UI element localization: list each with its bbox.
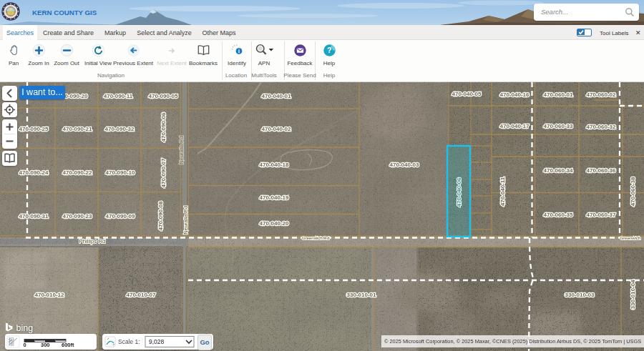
svg-text:470-090-10: 470-090-10	[106, 169, 135, 176]
svg-text:470-040-18: 470-040-18	[260, 162, 289, 168]
svg-text:470-060-33: 470-060-33	[544, 123, 573, 129]
svg-text:470-010-12: 470-010-12	[35, 292, 64, 298]
svg-text:?: ?	[326, 46, 331, 54]
svg-text:300: 300	[41, 342, 50, 348]
svg-text:Greenwich Rd: Greenwich Rd	[302, 236, 329, 240]
svg-text:470-090-11: 470-090-11	[104, 93, 133, 99]
svg-text:470-040-02: 470-040-02	[262, 126, 291, 132]
svg-text:470-040-01: 470-040-01	[262, 93, 291, 99]
svg-text:9,028: 9,028	[149, 338, 165, 345]
svg-text:600ft: 600ft	[62, 342, 74, 348]
svg-text:330-010-04: 330-010-04	[630, 280, 636, 309]
svg-text:470-060-35: 470-060-35	[544, 212, 573, 218]
svg-text:470-090-23: 470-090-23	[63, 213, 92, 219]
svg-text:470-090-32: 470-090-32	[105, 126, 135, 132]
svg-text:470-060-38: 470-060-38	[630, 177, 636, 206]
svg-text:Phillips Rd: Phillips Rd	[79, 238, 106, 244]
svg-text:470-090-21: 470-090-21	[63, 126, 92, 132]
svg-text:Scale 1:: Scale 1:	[118, 338, 140, 345]
svg-text:470-040-05: 470-040-05	[452, 91, 482, 97]
svg-text:330-010-01: 330-010-01	[347, 292, 376, 298]
svg-text:Neuralia Rd: Neuralia Rd	[178, 136, 185, 164]
svg-text:470-090-08: 470-090-08	[157, 201, 164, 230]
svg-text:470-040-17: 470-040-17	[500, 123, 530, 129]
svg-text:470-010-07: 470-010-07	[127, 292, 156, 298]
svg-text:470-060-02: 470-060-02	[587, 92, 616, 98]
svg-text:470-090-31: 470-090-31	[19, 213, 49, 219]
svg-text:470-090-06: 470-090-06	[160, 112, 167, 142]
svg-text:470-040-11: 470-040-11	[499, 177, 506, 206]
svg-text:470-060-34: 470-060-34	[544, 167, 573, 174]
svg-text:789: 789	[9, 343, 14, 347]
svg-text:470-090-07: 470-090-07	[160, 158, 167, 187]
svg-text:470-060-32: 470-060-32	[587, 124, 616, 130]
svg-text:470-060-37: 470-060-37	[587, 212, 616, 218]
svg-text:Greenwich: Greenwich	[620, 236, 641, 240]
svg-text:470-040-06: 470-040-06	[456, 177, 462, 207]
svg-text:470-090-09: 470-090-09	[106, 213, 135, 219]
svg-text:470-040-20: 470-040-20	[260, 220, 289, 227]
svg-text:470-090-24: 470-090-24	[19, 169, 49, 176]
svg-text:330-010-03: 330-010-03	[565, 292, 595, 298]
svg-text:470-040-19: 470-040-19	[260, 194, 289, 201]
svg-text:470-060-01: 470-060-01	[544, 92, 573, 98]
svg-text:470-060-36: 470-060-36	[587, 167, 616, 174]
svg-text:470-090-05: 470-090-05	[149, 93, 178, 99]
svg-text:470-090-22: 470-090-22	[63, 169, 92, 176]
svg-text:470-090-25: 470-090-25	[19, 126, 49, 132]
svg-text:Neuralia Rd: Neuralia Rd	[182, 206, 189, 234]
svg-text:470-040-16: 470-040-16	[500, 92, 530, 98]
svg-text:0: 0	[24, 342, 26, 348]
svg-text:470-040-03: 470-040-03	[390, 162, 419, 168]
